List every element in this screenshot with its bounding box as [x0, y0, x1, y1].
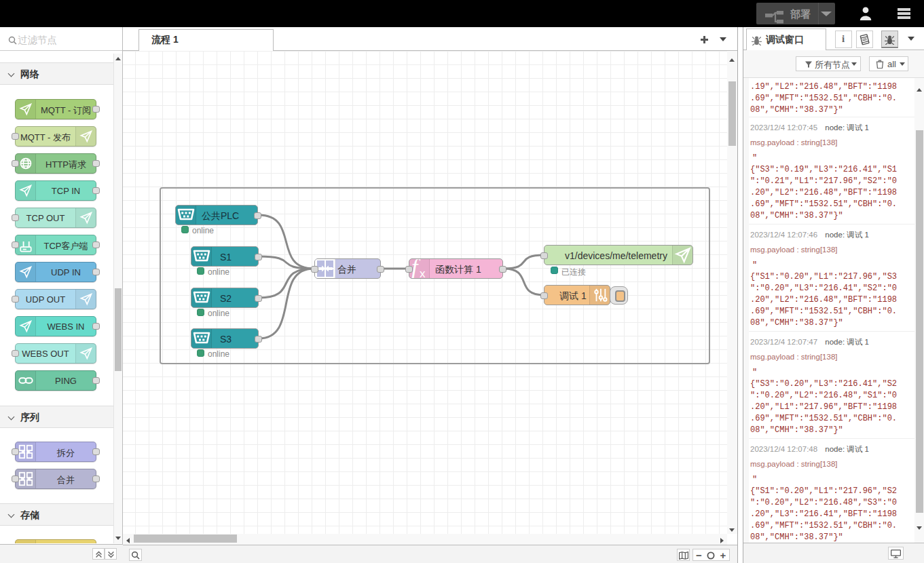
- svg-text:x: x: [420, 267, 426, 278]
